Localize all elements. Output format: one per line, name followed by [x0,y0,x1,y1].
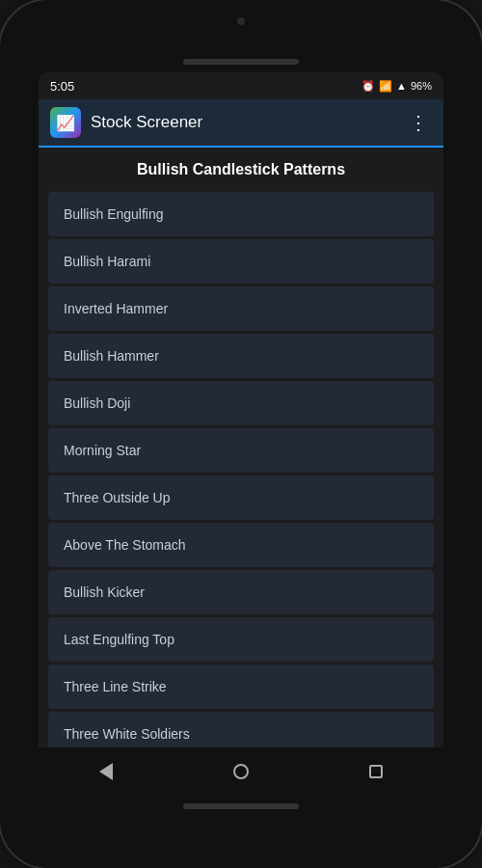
list-item[interactable]: Bullish Doji [48,381,434,425]
signal-icon: ▲ [396,80,407,92]
list-item-label: Bullish Engulfing [64,206,164,222]
list-item[interactable]: Three Outside Up [48,475,434,520]
phone-frame: 5:05 ⏰ 📶 ▲ 96% 📈 Stock Screener ⋮ Bullis… [0,0,482,868]
list-item[interactable]: Above The Stomach [48,523,434,567]
list-item[interactable]: Bullish Harami [48,239,434,284]
list-item-label: Bullish Hammer [64,348,159,364]
list-item-label: Three Line Strike [64,679,167,694]
list-item-label: Last Engulfing Top [64,632,174,647]
recents-icon [369,765,383,778]
wifi-icon: 📶 [379,80,392,93]
home-button[interactable] [222,752,260,791]
list-item[interactable]: Bullish Engulfing [48,192,434,236]
phone-screen: 5:05 ⏰ 📶 ▲ 96% 📈 Stock Screener ⋮ Bullis… [39,72,443,796]
list-item-label: Bullish Doji [64,395,130,411]
content-area: Bullish Candlestick Patterns Bullish Eng… [39,148,443,747]
list-item[interactable]: Bullish Kicker [48,570,434,614]
list-item-label: Bullish Harami [64,254,150,269]
pattern-list: Bullish EngulfingBullish HaramiInverted … [39,192,443,747]
list-item[interactable]: Bullish Hammer [48,334,434,378]
list-item-label: Three White Soldiers [64,726,190,742]
app-bar: 📈 Stock Screener ⋮ [39,99,443,148]
alarm-icon: ⏰ [362,80,375,93]
list-item[interactable]: Three Line Strike [48,665,434,709]
bottom-bar [183,803,299,809]
home-icon [233,764,249,779]
list-item[interactable]: Three White Soldiers [48,712,434,747]
list-item[interactable]: Inverted Hammer [48,286,434,331]
list-item-label: Inverted Hammer [64,301,168,316]
back-button[interactable] [87,752,125,791]
app-title: Stock Screener [91,113,405,132]
bottom-navigation [39,747,443,796]
list-item-label: Morning Star [64,443,141,458]
app-icon: 📈 [50,107,81,138]
status-bar: 5:05 ⏰ 📶 ▲ 96% [39,72,443,99]
recents-button[interactable] [357,752,395,791]
section-title: Bullish Candlestick Patterns [39,148,443,192]
back-icon [99,763,113,780]
battery-level: 96% [411,80,432,92]
status-icons: ⏰ 📶 ▲ 96% [362,80,432,93]
list-item-label: Three Outside Up [64,490,171,505]
list-item[interactable]: Last Engulfing Top [48,617,434,662]
top-speaker [183,59,299,65]
list-item[interactable]: Morning Star [48,428,434,473]
overflow-menu-button[interactable]: ⋮ [405,107,432,138]
camera [237,17,245,25]
list-item-label: Above The Stomach [64,537,186,553]
list-item-label: Bullish Kicker [64,584,145,600]
status-time: 5:05 [50,79,74,94]
